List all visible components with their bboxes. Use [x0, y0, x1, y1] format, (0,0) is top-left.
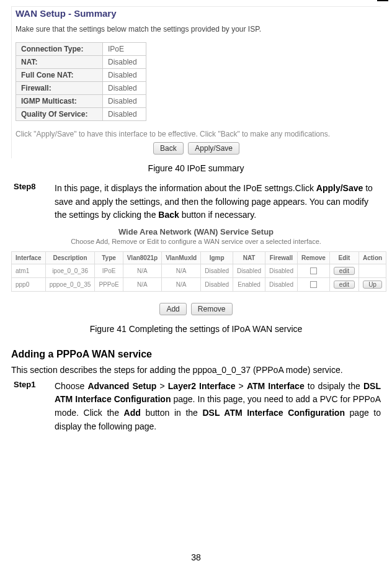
figure-caption-1: Figure 40 IPoE summary [11, 158, 381, 182]
table-row: ppp0 pppoe_0_0_35 PPPoE N/A N/A Disabled… [12, 278, 386, 292]
cell-igmp: Disabled [201, 264, 233, 278]
wan-summary-title: WAN Setup - Summary [12, 7, 381, 21]
cell-firewall: Disabled [265, 278, 298, 292]
table-header-row: Interface Description Type Vlan8021p Vla… [12, 252, 386, 264]
row-label: Quality Of Service: [16, 108, 103, 121]
intro-paragraph: This section describes the steps for add… [11, 364, 381, 377]
row-label: Full Cone NAT: [16, 69, 103, 82]
step8-label: Step8 [11, 182, 55, 222]
cell-action [359, 264, 386, 278]
remove-checkbox[interactable] [310, 281, 317, 288]
bold-text: Add [124, 408, 141, 418]
col-header: NAT [233, 252, 265, 264]
wan-service-table: Interface Description Type Vlan8021p Vla… [11, 251, 386, 292]
wan-summary-footer-note: Click "Apply/Save" to have this interfac… [12, 121, 381, 141]
step1-label: Step1 [11, 380, 55, 434]
col-header: Remove [297, 252, 329, 264]
row-label: IGMP Multicast: [16, 95, 103, 108]
remove-button[interactable]: Remove [191, 303, 233, 315]
cell-vlan8021p: N/A [123, 264, 161, 278]
row-label: Connection Type: [16, 43, 103, 56]
page-decoration-mark [377, 0, 388, 1]
bold-text: Layer2 Interface [168, 381, 236, 391]
add-button[interactable]: Add [159, 303, 186, 315]
step1-text: Choose Advanced Setup > Layer2 Interface… [55, 380, 381, 434]
text-fragment: Choose [55, 381, 87, 391]
step1-row: Step1 Choose Advanced Setup > Layer2 Int… [11, 380, 381, 434]
table-row: Quality Of Service:Disabled [16, 108, 146, 121]
text-fragment: button if necessary. [179, 210, 256, 220]
row-value: Disabled [103, 108, 146, 121]
section-heading: Adding a PPPoA WAN service [11, 343, 381, 364]
cell-action: Up [359, 278, 386, 292]
cell-remove [297, 278, 329, 292]
cell-edit: edit [329, 264, 359, 278]
table-row: IGMP Multicast:Disabled [16, 95, 146, 108]
cell-vlan8021p: N/A [123, 278, 161, 292]
table-row: Connection Type:IPoE [16, 43, 146, 56]
text-fragment: button in the [141, 408, 203, 418]
table-row: NAT:Disabled [16, 56, 146, 69]
col-header: VlanMuxId [162, 252, 201, 264]
col-header: Type [95, 252, 123, 264]
text-fragment: to dsipaly the [305, 381, 363, 391]
row-value: Disabled [103, 56, 146, 69]
cell-interface: ppp0 [12, 278, 46, 292]
col-header: Interface [12, 252, 46, 264]
row-value: Disabled [103, 82, 146, 95]
cell-remove [297, 264, 329, 278]
cell-nat: Enabled [233, 278, 265, 292]
col-header: Edit [329, 252, 359, 264]
col-header: Vlan8021p [123, 252, 161, 264]
wan-service-title: Wide Area Network (WAN) Service Setup [11, 225, 381, 238]
edit-button[interactable]: edit [334, 267, 355, 275]
bold-text: Apply/Save [316, 183, 363, 193]
table-row: Firewall:Disabled [16, 82, 146, 95]
cell-nat: Disabled [233, 264, 265, 278]
row-label: Firewall: [16, 82, 103, 95]
cell-interface: atm1 [12, 264, 46, 278]
cell-vlanmuxid: N/A [162, 264, 201, 278]
apply-save-button[interactable]: Apply/Save [188, 142, 239, 155]
wan-setup-summary-screenshot: WAN Setup - Summary Make sure that the s… [11, 6, 381, 158]
table-row: atm1 ipoe_0_0_36 IPoE N/A N/A Disabled D… [12, 264, 386, 278]
col-header: Igmp [201, 252, 233, 264]
cell-edit: edit [329, 278, 359, 292]
cell-type: IPoE [95, 264, 123, 278]
wan-service-subtitle: Choose Add, Remove or Edit to configure … [11, 238, 381, 251]
col-header: Description [45, 252, 95, 264]
wan-summary-note: Make sure that the settings below match … [12, 21, 381, 42]
cell-type: PPPoE [95, 278, 123, 292]
wan-summary-button-row: Back Apply/Save [12, 141, 381, 158]
cell-firewall: Disabled [265, 264, 298, 278]
wan-service-button-row: Add Remove [11, 292, 381, 319]
page-number: 38 [0, 552, 392, 562]
cell-description: pppoe_0_0_35 [45, 278, 95, 292]
figure-caption-2: Figure 41 Completing the settings of IPo… [11, 319, 381, 343]
step8-text: In this page, it displays the informatio… [55, 182, 381, 222]
row-value: Disabled [103, 69, 146, 82]
bold-text: ATM Interface [247, 381, 305, 391]
cell-vlanmuxid: N/A [162, 278, 201, 292]
table-row: Full Cone NAT:Disabled [16, 69, 146, 82]
text-fragment: In this page, it displays the informatio… [55, 183, 316, 193]
row-label: NAT: [16, 56, 103, 69]
row-value: IPoE [103, 43, 146, 56]
back-button[interactable]: Back [153, 142, 184, 155]
cell-igmp: Disabled [201, 278, 233, 292]
up-button[interactable]: Up [363, 281, 382, 289]
bold-text: Advanced Setup [87, 381, 156, 391]
edit-button[interactable]: edit [334, 281, 355, 289]
wan-summary-table: Connection Type:IPoE NAT:Disabled Full C… [16, 42, 146, 121]
text-fragment: > [235, 381, 246, 391]
bold-text: DSL ATM Interface Configuration [203, 408, 345, 418]
bold-text: Back [158, 210, 179, 220]
row-value: Disabled [103, 95, 146, 108]
col-header: Firewall [265, 252, 298, 264]
cell-description: ipoe_0_0_36 [45, 264, 95, 278]
wan-service-setup-screenshot: Wide Area Network (WAN) Service Setup Ch… [11, 225, 381, 319]
col-header: Action [359, 252, 386, 264]
text-fragment: > [156, 381, 167, 391]
step8-row: Step8 In this page, it displays the info… [11, 182, 381, 222]
remove-checkbox[interactable] [310, 267, 317, 274]
